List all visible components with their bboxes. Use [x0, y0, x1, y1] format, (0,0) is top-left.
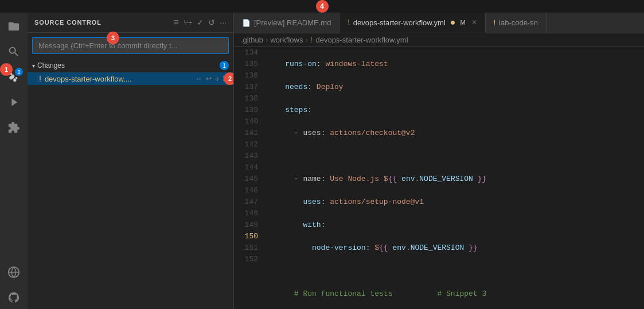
- code-line-141: with:: [267, 219, 639, 231]
- sidebar: SOURCE CONTROL ≡ ⑂+ ✓ ↺ ··· 3 ▾ Changes …: [28, 13, 234, 309]
- step-4-badge: 4: [316, 0, 329, 13]
- sidebar-checkmark-icon[interactable]: ✓: [197, 18, 204, 27]
- run-debug-icon[interactable]: [2, 91, 25, 114]
- code-line-134: runs-on: windows-latest: [267, 59, 639, 70]
- open-changes-icon[interactable]: ↔: [196, 75, 202, 83]
- code-line-143: [267, 265, 639, 277]
- devops-tab-badge: M: [460, 19, 466, 26]
- breadcrumb-item-workflows[interactable]: workflows: [270, 36, 303, 44]
- changes-label: Changes: [37, 61, 65, 69]
- commit-input-wrapper: 3: [32, 37, 229, 54]
- chevron-down-icon: ▾: [32, 63, 35, 69]
- lab-tab-warning-icon: !: [494, 19, 495, 27]
- lab-tab-label: lab-code-sn: [499, 18, 538, 27]
- code-area: 134 135 136 137 138 139 140 141 142 143 …: [234, 47, 644, 309]
- changes-header[interactable]: ▾ Changes 1: [28, 59, 233, 72]
- remote-icon[interactable]: [2, 261, 25, 284]
- code-line-140: uses: actions/setup-node@v1: [267, 196, 639, 208]
- editor-area: 📄 [Preview] README.md ! devops-starter-w…: [234, 13, 644, 309]
- source-control-badge: 1: [15, 68, 23, 76]
- devops-tab-warning-icon: !: [348, 18, 349, 26]
- sidebar-refresh-icon[interactable]: ↺: [208, 18, 215, 27]
- preview-tab-icon: 📄: [242, 19, 251, 27]
- sidebar-list-icon[interactable]: ≡: [173, 17, 178, 28]
- sidebar-title: SOURCE CONTROL: [34, 19, 102, 26]
- code-line-144: # Run functional tests # Snippet 3: [267, 288, 639, 300]
- devops-tab-label: devops-starter-workflow.yml: [353, 18, 446, 27]
- code-line-136: steps:: [267, 105, 639, 116]
- breadcrumb-sep-1: ›: [266, 36, 268, 44]
- breadcrumb-item-github[interactable]: .github: [241, 36, 263, 44]
- tabs-bar: 📄 [Preview] README.md ! devops-starter-w…: [234, 13, 644, 33]
- line-numbers: 134 135 136 137 138 139 140 141 142 143 …: [234, 47, 263, 309]
- breadcrumb-warning-icon: !: [310, 36, 313, 44]
- tab-close-icon[interactable]: ✕: [471, 18, 477, 26]
- top-bar: 4: [0, 0, 644, 13]
- activity-bar: 1 1: [0, 13, 28, 309]
- step-3-badge: 3: [107, 32, 119, 44]
- code-content[interactable]: runs-on: windows-latest needs: Deploy st…: [263, 47, 644, 309]
- tab-preview-readme[interactable]: 📄 [Preview] README.md: [234, 13, 339, 33]
- tab-lab-code[interactable]: ! lab-code-sn: [486, 13, 547, 33]
- breadcrumb: .github › workflows › ! devops-starter-w…: [234, 33, 644, 47]
- sidebar-actions: ≡ ⑂+ ✓ ↺ ···: [173, 17, 227, 28]
- step-1-badge: 1: [0, 63, 13, 76]
- sidebar-branch-icon[interactable]: ⑂+: [184, 18, 193, 27]
- changes-count-badge: 1: [220, 61, 229, 70]
- tab-devops-workflow[interactable]: ! devops-starter-workflow.yml ● M ✕: [339, 13, 485, 33]
- stage-icon[interactable]: +: [215, 74, 220, 83]
- main-layout: 1 1 SOURCE CONTROL ≡ ⑂+ ✓ ↺: [0, 13, 644, 309]
- file-item[interactable]: ! devops-starter-workflow.... ↔ ↩ + M 2: [28, 72, 233, 85]
- file-name: devops-starter-workflow....: [45, 75, 196, 83]
- code-line-135: needs: Deploy: [267, 82, 639, 93]
- preview-tab-label: [Preview] README.md: [254, 18, 331, 27]
- explorer-icon[interactable]: [2, 15, 25, 38]
- code-line-138: [267, 150, 639, 162]
- source-control-icon[interactable]: 1 1: [2, 65, 25, 88]
- code-line-137: - uses: actions/checkout@v2: [267, 128, 639, 139]
- file-warning-icon: !: [39, 74, 41, 83]
- sidebar-header: SOURCE CONTROL ≡ ⑂+ ✓ ↺ ···: [28, 13, 233, 33]
- step-2-badge: 2: [224, 72, 233, 85]
- code-line-142: node-version: ${{ env.NODE_VERSION }}: [267, 242, 639, 254]
- discard-icon[interactable]: ↩: [206, 75, 212, 83]
- changes-section: ▾ Changes 1 ! devops-starter-workflow...…: [28, 59, 233, 309]
- github-icon[interactable]: [2, 286, 25, 309]
- breadcrumb-item-file[interactable]: devops-starter-workflow.yml: [315, 36, 408, 44]
- breadcrumb-sep-2: ›: [305, 36, 307, 44]
- search-icon[interactable]: [2, 40, 25, 63]
- extensions-icon[interactable]: [2, 116, 25, 139]
- sidebar-more-icon[interactable]: ···: [220, 18, 227, 27]
- modified-indicator: ●: [450, 17, 456, 28]
- code-line-139: - name: Use Node.js ${{ env.NODE_VERSION…: [267, 173, 639, 185]
- commit-message-input[interactable]: [32, 37, 229, 54]
